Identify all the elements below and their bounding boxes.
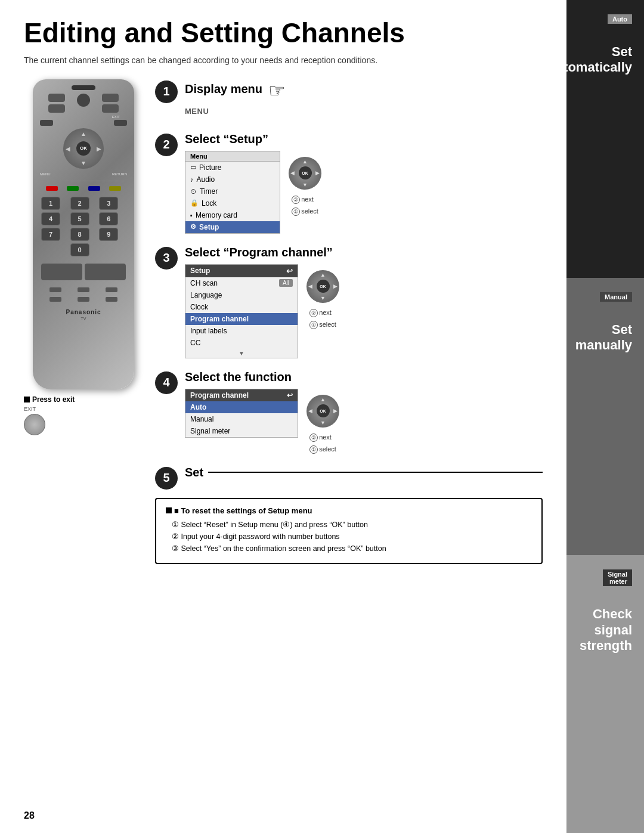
manual-text: Set manually [575,322,632,354]
manual-badge: Manual [600,292,632,302]
menu-setup: ⚙ Setup [185,221,280,233]
dial-labels-2: ②next ①select [292,192,318,216]
setup-clock: Clock [185,301,298,313]
menu-audio: ♪ Audio [185,174,280,185]
setup-ch-scan: CH scan All [185,277,298,289]
exit-button[interactable] [24,414,45,435]
setup-icon: ⚙ [190,223,196,231]
step-5-title: Set [185,466,203,479]
step-1-title: Display menu [185,82,262,96]
step-2-circle: 2 [155,134,178,156]
step-5-title-row: Set [185,466,543,479]
prog-manual: Manual [185,413,298,425]
ok-dial-3: ▲ ▼ ◀ ▶ OK [306,270,339,303]
brand-logo: Panasonic [33,309,134,315]
subtitle: The current channel settings can be chan… [24,55,543,65]
all-badge: All [279,279,293,287]
reset-box: ■ To reset the settings of Setup menu ① … [155,498,543,564]
setup-program-channel: Program channel [185,313,298,325]
reset-item-2: ② Input your 4-digit password with numbe… [166,532,532,541]
menu-picture: ▭ Picture [185,162,280,174]
ok-dial-2: ▲ ▼ ◀ ▶ OK [289,157,321,190]
step-1: 1 Display menu ☞ MENU [155,79,543,120]
step-3-title: Select “Program channel” [185,246,543,259]
step-3: 3 Select “Program channel” Setup ↩ [155,246,543,358]
menu-memory-card: ▪ Memory card [185,209,280,221]
menu-box-header: Menu [185,151,280,162]
sidebar-auto-panel: Auto Set automatically [566,0,644,278]
setup-box-header: Setup ↩ [185,265,298,277]
menu-lock: 🔒 Lock [185,197,280,209]
auto-text: Set automatically [548,44,632,76]
auto-badge: Auto [608,14,632,24]
step-2: 2 Select “Setup” Menu ▭ Picture [155,132,543,234]
step-2-title: Select “Setup” [185,132,543,146]
step-1-content: Display menu ☞ MENU [185,79,543,120]
page-number: 28 [24,810,35,821]
right-sidebar: Auto Set automatically Manual Set manual… [566,0,644,833]
scroll-arrow: ▼ [185,349,298,358]
dial-labels-4: ②next ①select [309,430,336,454]
step-1-circle: 1 [155,80,178,103]
remote-control: EXIT ▲ ▼ ◀ ▶ [24,79,143,435]
step-5-content: Set [185,466,543,479]
step-4: 4 Select the function Program channel ↩ [155,370,543,454]
exit-label: EXIT [24,406,143,412]
step-3-circle: 3 [155,247,178,270]
step-5: 5 Set [155,466,543,490]
step-4-content: Select the function Program channel ↩ Au… [185,370,543,454]
setup-input-labels: Input labels [185,325,298,337]
prog-auto: Auto [185,401,298,413]
sidebar-signal-panel: Signal meter Check signal strength [566,555,644,833]
step-3-content: Select “Program channel” Setup ↩ CH scan [185,246,543,358]
menu-box: Menu ▭ Picture ♪ Audio ⏲ [185,151,280,234]
device-type: TV [33,317,134,321]
step-4-circle: 4 [155,371,178,394]
back-icon: ↩ [286,267,293,275]
audio-icon: ♪ [190,176,194,183]
prog-back-icon: ↩ [287,391,293,400]
timer-icon: ⏲ [190,188,197,195]
reset-item-1: ① Select “Reset” in Setup menu (④) and p… [166,520,532,529]
menu-timer: ⏲ Timer [185,185,280,197]
ok-dial-4: ▲ ▼ ◀ ▶ OK [306,395,339,428]
dial-labels-3: ②next ①select [309,305,336,329]
signal-text: Check signal strength [580,606,632,654]
press-exit: Press to exit EXIT [24,395,143,435]
sidebar-manual-panel: Manual Set manually [566,278,644,556]
reset-title: ■ To reset the settings of Setup menu [166,506,532,515]
step-5-circle: 5 [155,467,178,490]
set-line [208,472,543,473]
setup-language: Language [185,289,298,301]
step-1-subtitle: MENU [185,107,543,116]
remote-image: EXIT ▲ ▼ ◀ ▶ [33,79,134,389]
hand-icon: ☞ [268,79,286,102]
picture-icon: ▭ [190,163,196,171]
lock-icon: 🔒 [190,199,199,207]
prog-signal-meter: Signal meter [185,425,298,437]
setup-cc: CC [185,337,298,349]
press-exit-label: Press to exit [32,395,75,404]
steps-column: 1 Display menu ☞ MENU 2 [155,79,543,564]
page-title: Editing and Setting Channels [24,18,543,48]
signal-badge: Signal meter [603,569,632,586]
reset-item-3: ③ Select “Yes” on the confirmation scree… [166,544,532,553]
prog-channel-box: Program channel ↩ Auto Manual [185,389,298,438]
setup-box: Setup ↩ CH scan All Language [185,264,298,358]
memcard-icon: ▪ [190,212,193,219]
step-4-title: Select the function [185,370,543,384]
step-2-content: Select “Setup” Menu ▭ Picture ♪ [185,132,543,234]
prog-channel-header: Program channel ↩ [185,389,298,401]
